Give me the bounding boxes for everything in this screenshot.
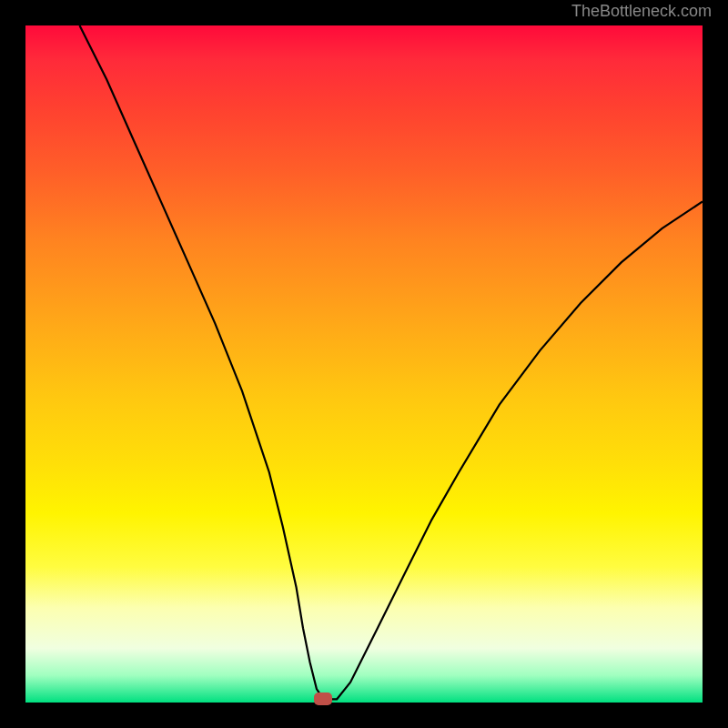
- bottleneck-curve: [80, 25, 703, 699]
- chart-container: TheBottleneck.com: [0, 0, 728, 728]
- plot-area: [25, 25, 703, 703]
- curve-svg: [25, 25, 703, 703]
- optimal-marker: [314, 693, 332, 705]
- watermark-text: TheBottleneck.com: [571, 2, 712, 21]
